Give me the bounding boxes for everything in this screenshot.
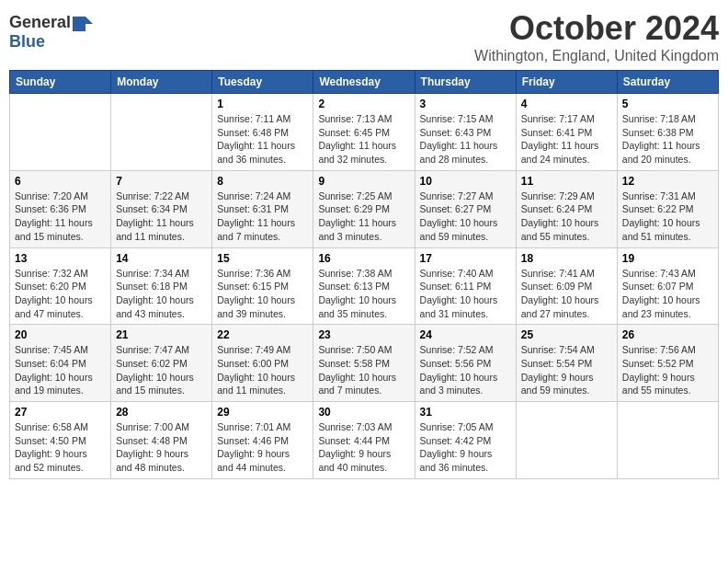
calendar-cell: 6Sunrise: 7:20 AM Sunset: 6:36 PM Daylig… <box>10 170 111 247</box>
calendar-cell: 15Sunrise: 7:36 AM Sunset: 6:15 PM Dayli… <box>212 247 313 325</box>
day-info: Sunrise: 7:36 AM Sunset: 6:15 PM Dayligh… <box>217 267 308 321</box>
calendar-cell: 31Sunrise: 7:05 AM Sunset: 4:42 PM Dayli… <box>415 402 516 479</box>
calendar-week-row: 1Sunrise: 7:11 AM Sunset: 6:48 PM Daylig… <box>10 94 719 171</box>
logo-blue-text: Blue <box>9 32 45 52</box>
day-number: 15 <box>217 252 308 265</box>
day-number: 24 <box>420 328 511 341</box>
day-info: Sunrise: 7:13 AM Sunset: 6:45 PM Dayligh… <box>318 112 409 167</box>
logo-general-text: General <box>9 13 71 32</box>
calendar-cell: 19Sunrise: 7:43 AM Sunset: 6:07 PM Dayli… <box>617 247 718 325</box>
day-number: 17 <box>420 252 511 265</box>
day-of-week-header: Sunday <box>10 71 111 94</box>
day-number: 31 <box>420 406 511 419</box>
day-info: Sunrise: 7:43 AM Sunset: 6:07 PM Dayligh… <box>622 267 713 321</box>
day-info: Sunrise: 7:47 AM Sunset: 6:02 PM Dayligh… <box>116 343 207 397</box>
svg-marker-0 <box>73 17 93 31</box>
calendar-cell: 23Sunrise: 7:50 AM Sunset: 5:58 PM Dayli… <box>313 325 415 402</box>
day-info: Sunrise: 7:00 AM Sunset: 4:48 PM Dayligh… <box>116 420 207 475</box>
day-info: Sunrise: 7:49 AM Sunset: 6:00 PM Dayligh… <box>217 343 308 397</box>
day-info: Sunrise: 7:45 AM Sunset: 6:04 PM Dayligh… <box>15 343 106 397</box>
day-of-week-header: Wednesday <box>313 71 415 94</box>
day-number: 2 <box>318 98 409 110</box>
day-info: Sunrise: 7:27 AM Sunset: 6:27 PM Dayligh… <box>420 190 511 244</box>
calendar-cell: 9Sunrise: 7:25 AM Sunset: 6:29 PM Daylig… <box>313 170 415 247</box>
calendar-week-row: 20Sunrise: 7:45 AM Sunset: 6:04 PM Dayli… <box>10 325 719 402</box>
day-number: 22 <box>217 328 308 341</box>
calendar-cell: 8Sunrise: 7:24 AM Sunset: 6:31 PM Daylig… <box>212 170 313 247</box>
day-number: 23 <box>318 328 409 341</box>
calendar-cell: 2Sunrise: 7:13 AM Sunset: 6:45 PM Daylig… <box>313 94 415 171</box>
calendar-cell <box>516 402 617 479</box>
day-info: Sunrise: 7:01 AM Sunset: 4:46 PM Dayligh… <box>217 420 308 475</box>
day-info: Sunrise: 7:50 AM Sunset: 5:58 PM Dayligh… <box>318 343 409 397</box>
calendar-week-row: 6Sunrise: 7:20 AM Sunset: 6:36 PM Daylig… <box>10 170 719 247</box>
month-title: October 2024 <box>474 9 719 48</box>
day-number: 10 <box>420 175 511 188</box>
day-of-week-header: Tuesday <box>212 71 313 94</box>
day-of-week-header: Monday <box>111 71 212 94</box>
calendar-cell: 25Sunrise: 7:54 AM Sunset: 5:54 PM Dayli… <box>516 325 617 402</box>
day-info: Sunrise: 7:34 AM Sunset: 6:18 PM Dayligh… <box>116 267 207 321</box>
day-info: Sunrise: 7:31 AM Sunset: 6:22 PM Dayligh… <box>622 190 713 244</box>
day-info: Sunrise: 7:54 AM Sunset: 5:54 PM Dayligh… <box>521 343 612 397</box>
day-number: 26 <box>622 328 713 341</box>
day-info: Sunrise: 7:29 AM Sunset: 6:24 PM Dayligh… <box>521 190 612 244</box>
day-info: Sunrise: 7:25 AM Sunset: 6:29 PM Dayligh… <box>318 190 409 244</box>
calendar-cell: 24Sunrise: 7:52 AM Sunset: 5:56 PM Dayli… <box>415 325 516 402</box>
day-number: 16 <box>318 252 409 265</box>
day-number: 3 <box>420 98 511 110</box>
calendar-cell: 7Sunrise: 7:22 AM Sunset: 6:34 PM Daylig… <box>111 170 212 247</box>
calendar-cell: 3Sunrise: 7:15 AM Sunset: 6:43 PM Daylig… <box>415 94 516 171</box>
calendar-cell: 16Sunrise: 7:38 AM Sunset: 6:13 PM Dayli… <box>313 247 415 325</box>
calendar-cell: 22Sunrise: 7:49 AM Sunset: 6:00 PM Dayli… <box>212 325 313 402</box>
location: Withington, England, United Kingdom <box>474 48 719 64</box>
calendar-cell: 5Sunrise: 7:18 AM Sunset: 6:38 PM Daylig… <box>617 94 718 171</box>
day-number: 30 <box>318 406 409 419</box>
calendar-cell: 4Sunrise: 7:17 AM Sunset: 6:41 PM Daylig… <box>516 94 617 171</box>
day-info: Sunrise: 7:41 AM Sunset: 6:09 PM Dayligh… <box>521 267 612 321</box>
calendar-cell: 11Sunrise: 7:29 AM Sunset: 6:24 PM Dayli… <box>516 170 617 247</box>
day-info: Sunrise: 7:15 AM Sunset: 6:43 PM Dayligh… <box>420 112 511 167</box>
day-info: Sunrise: 7:20 AM Sunset: 6:36 PM Dayligh… <box>15 190 106 244</box>
calendar-cell: 29Sunrise: 7:01 AM Sunset: 4:46 PM Dayli… <box>212 402 313 479</box>
day-number: 25 <box>521 328 612 341</box>
day-number: 18 <box>521 252 612 265</box>
day-number: 4 <box>521 98 612 110</box>
calendar-cell: 28Sunrise: 7:00 AM Sunset: 4:48 PM Dayli… <box>111 402 212 479</box>
day-number: 21 <box>116 328 207 341</box>
day-number: 29 <box>217 406 308 419</box>
day-info: Sunrise: 7:38 AM Sunset: 6:13 PM Dayligh… <box>318 267 409 321</box>
calendar-cell: 18Sunrise: 7:41 AM Sunset: 6:09 PM Dayli… <box>516 247 617 325</box>
day-info: Sunrise: 7:22 AM Sunset: 6:34 PM Dayligh… <box>116 190 207 244</box>
day-of-week-header: Saturday <box>617 71 718 94</box>
day-number: 1 <box>217 98 308 110</box>
day-number: 8 <box>217 175 308 188</box>
day-number: 28 <box>116 406 207 419</box>
day-number: 12 <box>622 175 713 188</box>
calendar-cell: 1Sunrise: 7:11 AM Sunset: 6:48 PM Daylig… <box>212 94 313 171</box>
calendar-cell: 30Sunrise: 7:03 AM Sunset: 4:44 PM Dayli… <box>313 402 415 479</box>
logo-icon <box>73 17 93 31</box>
calendar-cell: 13Sunrise: 7:32 AM Sunset: 6:20 PM Dayli… <box>10 247 111 325</box>
page-header: General Blue October 2024 Withington, En… <box>9 9 719 64</box>
day-info: Sunrise: 7:32 AM Sunset: 6:20 PM Dayligh… <box>15 267 106 321</box>
calendar-cell: 20Sunrise: 7:45 AM Sunset: 6:04 PM Dayli… <box>10 325 111 402</box>
calendar-cell: 17Sunrise: 7:40 AM Sunset: 6:11 PM Dayli… <box>415 247 516 325</box>
day-info: Sunrise: 7:17 AM Sunset: 6:41 PM Dayligh… <box>521 112 612 167</box>
day-of-week-header: Friday <box>516 71 617 94</box>
day-info: Sunrise: 7:05 AM Sunset: 4:42 PM Dayligh… <box>420 420 511 475</box>
day-info: Sunrise: 7:18 AM Sunset: 6:38 PM Dayligh… <box>622 112 713 167</box>
day-number: 27 <box>15 406 106 419</box>
day-number: 13 <box>15 252 106 265</box>
day-number: 6 <box>15 175 106 188</box>
day-number: 9 <box>318 175 409 188</box>
logo: General Blue <box>9 9 93 52</box>
calendar-cell <box>111 94 212 171</box>
calendar-cell: 10Sunrise: 7:27 AM Sunset: 6:27 PM Dayli… <box>415 170 516 247</box>
day-info: Sunrise: 7:03 AM Sunset: 4:44 PM Dayligh… <box>318 420 409 475</box>
day-of-week-header: Thursday <box>415 71 516 94</box>
day-number: 5 <box>622 98 713 110</box>
day-info: Sunrise: 7:56 AM Sunset: 5:52 PM Dayligh… <box>622 343 713 397</box>
day-info: Sunrise: 7:52 AM Sunset: 5:56 PM Dayligh… <box>420 343 511 397</box>
day-number: 14 <box>116 252 207 265</box>
